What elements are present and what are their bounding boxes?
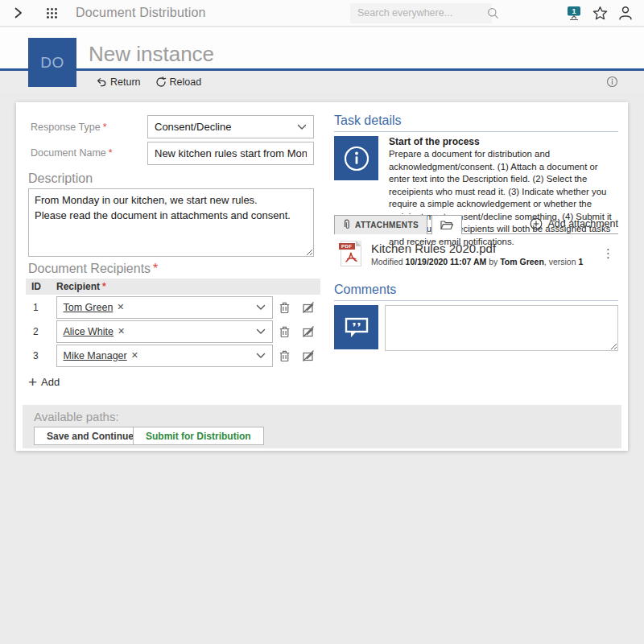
recipient-name-link[interactable]: Tom Green bbox=[64, 302, 114, 313]
remove-recipient-icon[interactable]: ✕ bbox=[131, 350, 138, 361]
recipient-column-header: Recipient* bbox=[56, 281, 106, 292]
attachment-item[interactable]: PDF Kitchen Rules 2020.pdf Modified 10/1… bbox=[341, 241, 618, 266]
attachment-info: Kitchen Rules 2020.pdf Modified 10/19/20… bbox=[371, 242, 583, 266]
attachments-tabs: ATTACHMENTS Add attachment bbox=[334, 215, 618, 234]
response-type-label: Response Type* bbox=[31, 122, 107, 133]
remove-recipient-icon[interactable]: ✕ bbox=[117, 302, 124, 312]
edit-disabled-icon[interactable] bbox=[297, 349, 320, 362]
recipient-row: 2 Alice White ✕ bbox=[26, 320, 320, 343]
recipient-select[interactable]: Tom Green ✕ bbox=[56, 296, 274, 319]
recipient-name-link[interactable]: Alice White bbox=[64, 326, 114, 337]
pdf-file-icon: PDF bbox=[341, 241, 361, 266]
response-type-select[interactable]: Consent/Decline bbox=[147, 115, 314, 138]
recipient-select[interactable]: Alice White ✕ bbox=[56, 320, 274, 343]
recipient-id: 1 bbox=[26, 302, 56, 313]
recipient-select[interactable]: Mike Manager ✕ bbox=[56, 345, 274, 367]
folder-icon bbox=[440, 220, 453, 230]
notifications-icon[interactable]: 1 bbox=[566, 6, 582, 21]
recipients-table: ID Recipient* 1 Tom Green ✕ bbox=[26, 279, 320, 367]
task-title: Start of the process bbox=[389, 136, 618, 147]
process-info-icon bbox=[334, 136, 378, 180]
recipient-id: 3 bbox=[26, 350, 56, 361]
save-and-continue-button[interactable]: Save and Continue bbox=[34, 427, 147, 445]
add-attachment-button[interactable]: Add attachment bbox=[530, 217, 618, 233]
remove-recipient-icon[interactable]: ✕ bbox=[118, 326, 125, 336]
delete-row-button[interactable] bbox=[273, 349, 296, 362]
comment-bubble-icon bbox=[334, 305, 378, 349]
page-title: New instance bbox=[89, 42, 214, 67]
required-mark: * bbox=[103, 122, 107, 133]
attachment-meta: Modified 10/19/2020 11:07 AM by Tom Gree… bbox=[371, 257, 583, 266]
return-icon bbox=[96, 76, 107, 88]
plus-icon: + bbox=[28, 377, 37, 388]
top-bar: Document Distribution 1 bbox=[0, 0, 644, 27]
attachment-menu-icon[interactable]: ⋮ bbox=[598, 246, 618, 261]
reload-icon bbox=[155, 76, 167, 88]
form-card: Response Type* Consent/Decline Document … bbox=[16, 102, 628, 451]
delete-row-button[interactable] bbox=[273, 325, 296, 338]
submit-for-distribution-button[interactable]: Submit for Distribution bbox=[133, 427, 264, 445]
favorites-icon[interactable] bbox=[592, 6, 608, 21]
recipients-table-header: ID Recipient* bbox=[26, 279, 320, 295]
chevron-down-icon bbox=[297, 124, 307, 130]
recipients-heading: Document Recipients* bbox=[28, 262, 158, 276]
expand-sidebar-icon[interactable] bbox=[12, 6, 25, 19]
app-title: Document Distribution bbox=[76, 6, 206, 20]
circle-plus-icon bbox=[530, 217, 543, 230]
available-paths-label: Available paths: bbox=[34, 410, 119, 423]
add-recipient-button[interactable]: + Add bbox=[28, 376, 60, 388]
chevron-down-icon bbox=[256, 328, 266, 335]
tab-attachments[interactable]: ATTACHMENTS bbox=[334, 215, 427, 234]
comments-textarea[interactable] bbox=[385, 305, 618, 351]
search-input[interactable] bbox=[357, 7, 487, 19]
edit-disabled-icon[interactable] bbox=[297, 325, 320, 338]
app-avatar: DO bbox=[28, 38, 76, 87]
recipient-id: 2 bbox=[26, 326, 56, 337]
tab-folder[interactable] bbox=[431, 215, 462, 234]
required-mark: * bbox=[153, 262, 158, 275]
info-icon[interactable] bbox=[606, 76, 618, 88]
task-details-heading: Task details bbox=[334, 114, 618, 132]
apps-grid-icon[interactable] bbox=[46, 7, 58, 19]
recipient-row: 1 Tom Green ✕ bbox=[26, 295, 320, 319]
paperclip-icon bbox=[343, 219, 351, 231]
document-name-input[interactable] bbox=[147, 142, 314, 165]
delete-row-button[interactable] bbox=[273, 301, 296, 314]
available-paths-section: Available paths: Save and Continue Submi… bbox=[23, 405, 621, 448]
comments-heading: Comments bbox=[334, 283, 618, 301]
edit-disabled-icon[interactable] bbox=[297, 301, 320, 314]
comments-block bbox=[334, 305, 618, 351]
search-box[interactable] bbox=[350, 3, 492, 23]
description-heading: Description bbox=[28, 171, 93, 186]
required-mark: * bbox=[109, 147, 113, 159]
attachment-name[interactable]: Kitchen Rules 2020.pdf bbox=[371, 242, 583, 255]
required-mark: * bbox=[102, 281, 106, 292]
search-icon[interactable] bbox=[487, 7, 499, 19]
return-button[interactable]: Return bbox=[96, 76, 141, 88]
description-textarea[interactable]: From Monday in our kitchen, we start new… bbox=[28, 188, 314, 257]
chevron-down-icon bbox=[256, 353, 266, 359]
document-name-label: Document Name* bbox=[31, 147, 113, 159]
reload-button[interactable]: Reload bbox=[155, 76, 202, 88]
app-initials: DO bbox=[40, 54, 64, 72]
notification-badge: 1 bbox=[572, 7, 576, 15]
recipient-row: 3 Mike Manager ✕ bbox=[26, 344, 320, 367]
chevron-down-icon bbox=[256, 304, 266, 311]
action-toolbar: Return Reload bbox=[0, 71, 644, 93]
id-column-header: ID bbox=[26, 281, 56, 292]
user-profile-icon[interactable] bbox=[618, 6, 633, 20]
topbar-icons: 1 bbox=[566, 6, 633, 21]
recipient-name-link[interactable]: Mike Manager bbox=[64, 350, 127, 361]
